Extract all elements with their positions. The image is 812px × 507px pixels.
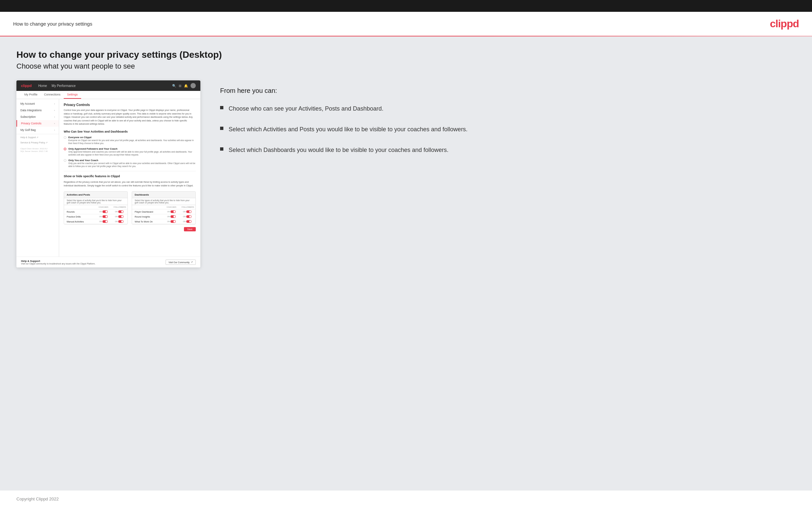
dashboard-row-insights: Round Insights ON ON bbox=[132, 214, 195, 219]
mock-sidebar-version: Clippd Client Version: 2022.8.2SQL Serve… bbox=[16, 146, 59, 155]
mock-nav-home: Home bbox=[38, 84, 47, 88]
mock-help-section: Help & Support Visit our Clippd communit… bbox=[16, 257, 200, 268]
mock-privacy-desc: Control how you and your data appears to… bbox=[64, 109, 196, 126]
dashboard-row-work-on: What To Work On ON ON bbox=[132, 219, 195, 224]
mock-toggle-section: Activities and Posts Select the types of… bbox=[64, 191, 196, 224]
bullet-text-2: Select which Activities and Posts you wo… bbox=[229, 125, 467, 134]
bullet-list: Choose who can see your Activities, Post… bbox=[220, 104, 796, 155]
mock-activities-table: Activities and Posts Select the types of… bbox=[64, 191, 128, 224]
external-link-icon: ↗ bbox=[191, 261, 193, 264]
mock-tab-settings: Settings bbox=[64, 91, 81, 99]
footer-copyright: Copyright Clippd 2022 bbox=[16, 497, 59, 501]
two-col-layout: clippd Home My Performance 🔍 ⊞ 🔔 My Prof… bbox=[16, 80, 796, 268]
sidebar-divider bbox=[16, 134, 59, 134]
mock-visit-community-button[interactable]: Visit Our Community ↗ bbox=[165, 260, 196, 265]
radio-everyone bbox=[64, 136, 66, 139]
footer: Copyright Clippd 2022 bbox=[0, 490, 812, 507]
from-here-title: From here you can: bbox=[220, 87, 796, 95]
bullet-item-2: Select which Activities and Posts you wo… bbox=[220, 125, 796, 134]
avatar-icon bbox=[191, 83, 196, 88]
screenshot-mockup: clippd Home My Performance 🔍 ⊞ 🔔 My Prof… bbox=[16, 80, 200, 268]
grid-icon: ⊞ bbox=[179, 84, 181, 88]
bullet-square-1 bbox=[220, 106, 223, 109]
mock-inner: My Account › Data Integrations › Subscri… bbox=[16, 99, 200, 257]
mock-show-hide-title: Show or hide specific features in Clippd bbox=[64, 175, 196, 178]
dashboards-table-desc: Select the types of activity that you'd … bbox=[132, 198, 195, 205]
bell-icon: 🔔 bbox=[184, 84, 188, 88]
page-heading: How to change your privacy settings (Des… bbox=[16, 50, 796, 60]
mock-sidebar-golfbag: My Golf Bag › bbox=[16, 127, 59, 133]
mock-nav: clippd Home My Performance 🔍 ⊞ 🔔 bbox=[16, 80, 200, 91]
right-panel: From here you can: Choose who can see yo… bbox=[220, 80, 796, 155]
chevron-icon: › bbox=[54, 109, 55, 112]
mock-save-row: Save bbox=[64, 224, 196, 233]
activity-row-manual: Manual Activities ON ON bbox=[64, 219, 128, 224]
mock-sidebar-privacy: Privacy Controls › bbox=[16, 120, 59, 127]
dashboard-row-player: Player Dashboard ON ON bbox=[132, 209, 195, 214]
mock-tab-connections: Connections bbox=[41, 91, 64, 99]
chevron-icon: › bbox=[54, 116, 55, 118]
chevron-icon: › bbox=[54, 122, 55, 125]
mock-show-hide-desc: Regardless of the privacy controls that … bbox=[64, 180, 196, 187]
mock-radio-group: Everyone on Clippd Everyone on Clippd ca… bbox=[64, 136, 196, 168]
mock-sidebar-privacy-policy: Service & Privacy Policy ↗ bbox=[16, 140, 59, 146]
mock-tab-profile: My Profile bbox=[21, 91, 41, 99]
mock-help-desc: Visit our Clippd community to troublesho… bbox=[21, 263, 95, 265]
activities-table-desc: Select the types of activity that you'd … bbox=[64, 198, 128, 205]
main-content: How to change your privacy settings (Des… bbox=[0, 37, 812, 490]
mock-logo: clippd bbox=[21, 84, 32, 88]
logo: clippd bbox=[770, 18, 799, 30]
header-title: How to change your privacy settings bbox=[13, 21, 92, 26]
bullet-text-3: Select which Dashboards you would like t… bbox=[229, 146, 448, 155]
mock-sidebar-integrations: Data Integrations › bbox=[16, 107, 59, 114]
mock-sidebar: My Account › Data Integrations › Subscri… bbox=[16, 99, 59, 257]
bullet-item-3: Select which Dashboards you would like t… bbox=[220, 146, 796, 155]
chevron-icon: › bbox=[54, 129, 55, 131]
activities-table-header: Activities and Posts bbox=[64, 192, 128, 198]
mock-who-can-see-title: Who Can See Your Activities and Dashboar… bbox=[64, 130, 196, 133]
mock-divider bbox=[64, 171, 196, 171]
mock-sidebar-help: Help & Support ↗ bbox=[16, 135, 59, 140]
activity-row-rounds: Rounds ON ON bbox=[64, 209, 128, 214]
bullet-square-3 bbox=[220, 147, 223, 151]
mock-nav-icons: 🔍 ⊞ 🔔 bbox=[172, 83, 196, 88]
mock-nav-performance: My Performance bbox=[52, 84, 75, 88]
search-icon: 🔍 bbox=[172, 84, 176, 88]
mock-tabs: My Profile Connections Settings bbox=[16, 91, 200, 99]
dashboards-table-header: Dashboards bbox=[132, 192, 195, 198]
radio-only-you bbox=[64, 159, 66, 162]
activity-row-drills: Practice Drills ON ON bbox=[64, 214, 128, 219]
mock-main-panel: Privacy Controls Control how you and you… bbox=[59, 99, 200, 257]
activities-col-headers: COACHES FOLLOWERS bbox=[64, 205, 128, 209]
bullet-item-1: Choose who can see your Activities, Post… bbox=[220, 104, 796, 113]
mock-sidebar-subscription: Subscription › bbox=[16, 114, 59, 120]
mock-privacy-title: Privacy Controls bbox=[64, 103, 196, 107]
top-bar bbox=[0, 0, 812, 12]
mock-radio-followers: Only Approved Followers and Your Coach O… bbox=[64, 147, 196, 156]
bullet-square-2 bbox=[220, 127, 223, 130]
mock-sidebar-myaccount: My Account › bbox=[16, 100, 59, 107]
bullet-text-1: Choose who can see your Activities, Post… bbox=[229, 104, 383, 113]
page-subheading: Choose what you want people to see bbox=[16, 62, 796, 70]
mock-help-title: Help & Support bbox=[21, 260, 95, 263]
mock-save-button[interactable]: Save bbox=[184, 227, 196, 231]
dashboards-col-headers: COACHES FOLLOWERS bbox=[132, 205, 195, 209]
chevron-icon: › bbox=[54, 103, 55, 105]
mock-radio-everyone: Everyone on Clippd Everyone on Clippd ca… bbox=[64, 136, 196, 145]
mock-dashboards-table: Dashboards Select the types of activity … bbox=[132, 191, 196, 224]
radio-followers bbox=[64, 148, 66, 150]
mock-radio-only-you: Only You and Your Coach Only you and the… bbox=[64, 159, 196, 168]
mock-nav-links: Home My Performance bbox=[38, 84, 75, 88]
header: How to change your privacy settings clip… bbox=[0, 12, 812, 36]
